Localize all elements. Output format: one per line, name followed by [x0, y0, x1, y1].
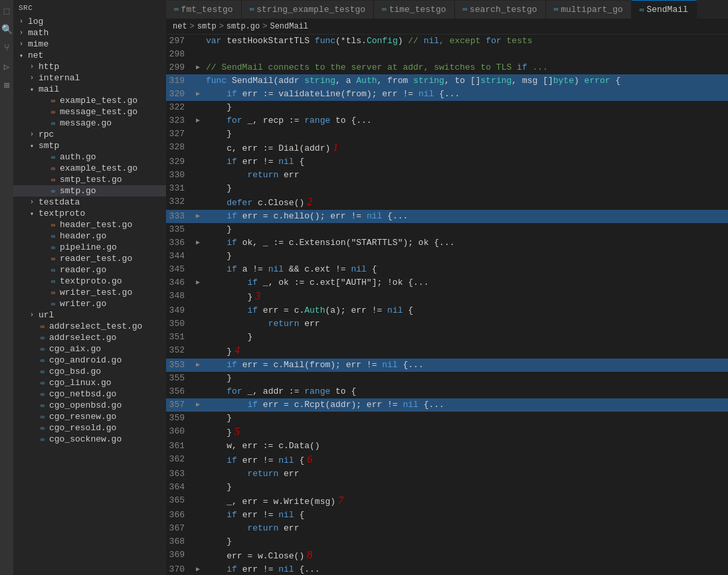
sidebar-item-reader_test_go[interactable]: ∞reader_test.go [13, 253, 166, 264]
sidebar-label-addrselect_test_go: addrselect_test.go [48, 321, 142, 331]
tab-icon-sendmail: ∞ [640, 6, 644, 14]
line-number-350: 350 [166, 317, 193, 331]
sidebar-label-cgo_resnew_go: cgo_resnew.go [48, 412, 116, 422]
line-number-348: 348 [166, 289, 193, 303]
sidebar-item-writer_go[interactable]: ∞writer.go [13, 298, 166, 309]
sidebar-label-reader_test_go: reader_test.go [58, 254, 132, 264]
sidebar-item-message_test_go[interactable]: ∞message_test.go [13, 106, 166, 118]
breadcrumb-part-0[interactable]: net [173, 22, 187, 31]
sidebar-item-textproto[interactable]: ▾textproto [13, 208, 166, 219]
sidebar-item-mail[interactable]: ▾mail [13, 84, 166, 95]
editor-area: ∞fmt_testgo∞string_example_testgo∞time_t… [166, 0, 728, 575]
fold-arrow-299[interactable]: ▶ [193, 61, 203, 74]
sidebar-item-textproto_go[interactable]: ∞textproto.go [13, 276, 166, 287]
sidebar-item-cgo_openbsd_go[interactable]: ∞cgo_openbsd.go [13, 400, 166, 411]
sidebar-item-net[interactable]: ▾net [13, 50, 166, 61]
tab-fmt_testgo[interactable]: ∞fmt_testgo [166, 1, 242, 19]
tab-label-string_example_testgo: string_example_testgo [256, 5, 365, 15]
sidebar-item-cgo_aix_go[interactable]: ∞cgo_aix.go [13, 343, 166, 355]
breadcrumb-part-3[interactable]: SendMail [270, 22, 308, 31]
sidebar-item-testdata[interactable]: ›testdata [13, 197, 166, 208]
debug-icon[interactable]: ▷ [1, 61, 12, 72]
sidebar-item-example_test_go_smtp[interactable]: ∞example_test.go [13, 163, 166, 174]
sidebar-item-cgo_android_go[interactable]: ∞cgo_android.go [13, 355, 166, 366]
explorer-icon[interactable]: ⬚ [1, 5, 12, 16]
fold-arrow-320[interactable]: ▶ [193, 88, 203, 101]
fold-arrow-333[interactable]: ▶ [193, 210, 203, 223]
tab-sendmail[interactable]: ∞SendMail [632, 0, 697, 19]
sidebar-item-math[interactable]: ›math [13, 27, 166, 39]
sidebar-item-cgo_netbsd_go[interactable]: ∞cgo_netbsd.go [13, 388, 166, 400]
fold-arrow-370[interactable]: ▶ [193, 563, 203, 575]
sidebar-label-cgo_socknew_go: cgo_socknew.go [48, 434, 122, 444]
fold-arrow-357[interactable]: ▶ [193, 398, 203, 412]
sidebar-item-internal[interactable]: ›internal [13, 72, 166, 84]
code-line-365: 365 _, err = w.Write(msg) 7 [166, 494, 728, 509]
fold-arrow-336[interactable]: ▶ [193, 236, 203, 250]
sidebar-item-rpc[interactable]: ›rpc [13, 129, 166, 140]
line-number-319: 319 [166, 74, 193, 88]
sidebar-item-example_test_go_mail[interactable]: ∞example_test.go [13, 95, 166, 106]
sidebar-item-cgo_socknew_go[interactable]: ∞cgo_socknew.go [13, 434, 166, 445]
sidebar-item-log[interactable]: ›log [13, 16, 166, 27]
fold-arrow-353[interactable]: ▶ [193, 359, 203, 372]
code-line-362: 362 if err != nil { 6 [166, 453, 728, 467]
search-icon[interactable]: 🔍 [1, 24, 12, 35]
line-number-336: 336 [166, 236, 193, 250]
tab-label-fmt_testgo: fmt_testgo [181, 5, 233, 15]
sidebar-item-header_go[interactable]: ∞header.go [13, 230, 166, 242]
sidebar-item-http[interactable]: ›http [13, 61, 166, 72]
code-line-349: 349 if err = c.Auth(a); err != nil { [166, 304, 728, 317]
sidebar-label-writer_test_go: writer_test.go [58, 288, 132, 297]
sidebar-item-url[interactable]: ›url [13, 309, 166, 321]
sidebar-item-header_test_go[interactable]: ∞header_test.go [13, 219, 166, 230]
sidebar-item-cgo_linux_go[interactable]: ∞cgo_linux.go [13, 377, 166, 388]
sidebar-label-cgo_openbsd_go: cgo_openbsd.go [48, 400, 122, 410]
code-content-352: } 4 [203, 344, 728, 359]
line-number-346: 346 [166, 276, 193, 289]
sidebar-item-message_go[interactable]: ∞message.go [13, 118, 166, 129]
scm-icon[interactable]: ⑂ [1, 42, 12, 53]
extensions-icon[interactable]: ⊞ [1, 80, 12, 90]
sidebar-item-writer_test_go[interactable]: ∞writer_test.go [13, 287, 166, 298]
sidebar-label-writer_go: writer.go [58, 299, 106, 309]
sidebar-item-smtp_go[interactable]: ∞smtp.go [13, 185, 166, 197]
sidebar-label-cgo_android_go: cgo_android.go [48, 355, 122, 365]
sidebar-item-cgo_resold_go[interactable]: ∞cgo_resold.go [13, 422, 166, 434]
code-line-367: 367 return err [166, 522, 728, 535]
sidebar-item-smtp[interactable]: ▾smtp [13, 140, 166, 151]
sidebar-item-pipeline_go[interactable]: ∞pipeline.go [13, 242, 166, 253]
sidebar-item-addrselect_test_go[interactable]: ∞addrselect_test.go [13, 321, 166, 332]
sidebar-item-auth_go[interactable]: ∞auth.go [13, 151, 166, 163]
tab-time_testgo[interactable]: ∞time_testgo [374, 1, 454, 19]
code-content-336: if ok, _ := c.Extension("STARTTLS"); ok … [203, 236, 728, 250]
fold-arrow-346[interactable]: ▶ [193, 276, 203, 289]
code-line-336: 336▶ if ok, _ := c.Extension("STARTTLS")… [166, 236, 728, 250]
fold-arrow-323[interactable]: ▶ [193, 114, 203, 127]
tab-icon-multipart_go: ∞ [554, 5, 559, 13]
tab-label-sendmail: SendMail [646, 5, 687, 15]
sidebar-label-message_go: message.go [58, 118, 112, 128]
breadcrumb-part-1[interactable]: smtp [197, 22, 217, 31]
tab-string_example_testgo[interactable]: ∞string_example_testgo [242, 1, 374, 19]
breadcrumb-part-2[interactable]: smtp.go [227, 22, 260, 31]
sidebar-item-smtp_test_go[interactable]: ∞smtp_test.go [13, 174, 166, 185]
tab-search_testgo[interactable]: ∞search_testgo [455, 1, 546, 19]
line-number-344: 344 [166, 250, 193, 263]
code-line-298: 298 [166, 48, 728, 61]
breadcrumb: net > smtp > smtp.go > SendMail [166, 19, 728, 35]
activity-bar: ⬚ 🔍 ⑂ ▷ ⊞ [0, 0, 13, 575]
line-number-351: 351 [166, 331, 193, 344]
sidebar-item-cgo_resnew_go[interactable]: ∞cgo_resnew.go [13, 411, 166, 422]
tab-label-multipart_go: multipart_go [561, 5, 623, 15]
code-line-355: 355 } [166, 372, 728, 385]
sidebar-item-reader_go[interactable]: ∞reader.go [13, 264, 166, 276]
sidebar-label-mail: mail [37, 84, 59, 94]
code-editor[interactable]: 297var testHookStartTLS func(*tls.Config… [166, 35, 728, 575]
tab-multipart_go[interactable]: ∞multipart_go [546, 1, 632, 19]
code-content-355: } [203, 372, 728, 385]
sidebar-item-cgo_bsd_go[interactable]: ∞cgo_bsd.go [13, 366, 166, 377]
sidebar-header-label: SRC [19, 4, 33, 12]
sidebar-item-mime[interactable]: ›mime [13, 39, 166, 50]
sidebar-item-addrselect_go[interactable]: ∞addrselect.go [13, 332, 166, 343]
